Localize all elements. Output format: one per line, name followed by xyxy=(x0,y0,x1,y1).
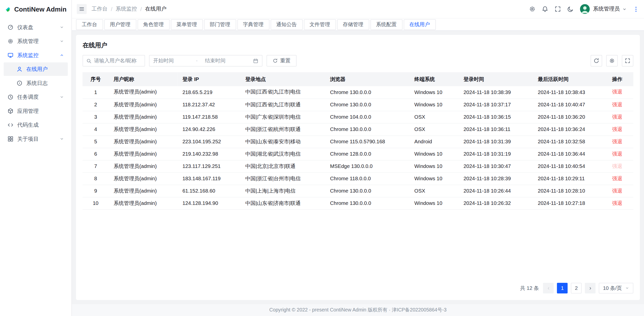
settings-icon[interactable] xyxy=(529,6,536,12)
sidebar-collapse-button[interactable] xyxy=(77,4,87,14)
cell-last-active: 2024-11-18 10:28:10 xyxy=(533,185,607,197)
tab-item[interactable]: 字典管理 xyxy=(237,19,269,30)
table-fullscreen-button[interactable] xyxy=(622,55,633,67)
table-row: 9系统管理员(admin)61.152.168.60中国|上海|上海市|电信Ch… xyxy=(83,185,633,197)
cell-nickname: 系统管理员(admin) xyxy=(109,185,177,197)
fullscreen-icon[interactable] xyxy=(554,6,561,12)
sidebar-item-label: 系统管理 xyxy=(17,37,56,45)
cell-location: 中国|浙江省|杭州市|联通 xyxy=(240,123,325,136)
sidebar-item-about-project[interactable]: 关于项目 xyxy=(4,132,68,146)
cell-ip: 223.104.195.252 xyxy=(178,136,240,148)
sidebar: ContiNew Admin 仪表盘系统管理系统监控在线用户系统日志任务调度应用… xyxy=(0,0,72,316)
cell-location: 中国|浙江省|台州市|电信 xyxy=(240,172,325,185)
cell-browser: Chrome 118.0.0.0 xyxy=(325,172,409,185)
page-size-select[interactable]: 10 条/页 xyxy=(599,283,633,293)
prev-page-button xyxy=(543,283,554,293)
tab-item[interactable]: 通知公告 xyxy=(270,19,302,30)
column-header: 操作 xyxy=(607,72,633,86)
tab-item[interactable]: 系统配置 xyxy=(370,19,402,30)
tab-item[interactable]: 部门管理 xyxy=(204,19,236,30)
cell-nickname: 系统管理员(admin) xyxy=(109,111,177,123)
tab-item[interactable]: 在线用户 xyxy=(404,19,435,30)
force-logout-link[interactable]: 强退 xyxy=(612,89,622,95)
cell-no: 6 xyxy=(83,148,109,160)
cell-browser: Chrome 128.0.0.0 xyxy=(325,148,409,160)
breadcrumb-separator: / xyxy=(111,6,112,12)
tab-item[interactable]: 角色管理 xyxy=(137,19,169,30)
page-title: 在线用户 xyxy=(83,41,633,49)
sidebar-item-code-generation[interactable]: 代码生成 xyxy=(4,118,68,132)
next-page-button[interactable] xyxy=(585,283,595,293)
user-avatar[interactable] xyxy=(580,4,590,14)
cell-no: 9 xyxy=(83,185,109,197)
tab-item[interactable]: 存储管理 xyxy=(337,19,369,30)
page-button[interactable]: 2 xyxy=(571,283,582,293)
cell-os: OSX xyxy=(409,185,458,197)
force-logout-link[interactable]: 强退 xyxy=(612,102,622,107)
online-users-table: 序号用户昵称登录 IP登录地点浏览器终端系统登录时间最后活跃时间操作 1系统管理… xyxy=(83,72,633,209)
breadcrumb: 工作台 / 系统监控 / 在线用户 xyxy=(92,5,167,13)
copyright-text: Copyright © 2022 - present ContiNew Admi… xyxy=(269,307,447,314)
column-header: 序号 xyxy=(83,72,109,86)
sidebar-item-app-management[interactable]: 应用管理 xyxy=(4,104,68,118)
box-icon xyxy=(7,108,13,114)
page-button[interactable]: 1 xyxy=(557,283,568,293)
theme-options-kebab-icon[interactable] xyxy=(633,6,639,12)
force-logout-link[interactable]: 强退 xyxy=(612,126,622,132)
sidebar-item-system-log[interactable]: 系统日志 xyxy=(4,76,68,90)
refresh-table-button[interactable] xyxy=(591,55,602,67)
breadcrumb-item[interactable]: 工作台 xyxy=(92,5,108,13)
sidebar-item-online-user[interactable]: 在线用户 xyxy=(4,62,68,76)
sidebar-item-dashboard[interactable]: 仪表盘 xyxy=(4,21,68,34)
cell-location: 中国|江西省|九江市|联通 xyxy=(240,99,325,111)
header: 工作台 / 系统监控 / 在线用户 系统管理员 xyxy=(72,0,644,18)
notification-bell-icon[interactable] xyxy=(542,6,548,12)
force-logout-link[interactable]: 强退 xyxy=(612,114,622,120)
column-settings-button[interactable] xyxy=(606,55,618,67)
sidebar-item-system-management[interactable]: 系统管理 xyxy=(4,34,68,48)
search-input[interactable] xyxy=(94,58,141,64)
force-logout-link[interactable]: 强退 xyxy=(612,139,622,144)
cell-login-time: 2024-11-18 10:31:39 xyxy=(459,136,533,148)
online-users-card: 在线用户 开始时间 - 结束时间 重置 xyxy=(76,35,640,300)
sidebar-item-label: 应用管理 xyxy=(17,107,64,115)
start-date-placeholder: 开始时间 xyxy=(153,57,196,64)
cell-login-time: 2024-11-18 10:26:44 xyxy=(459,185,533,197)
sidebar-item-task-schedule[interactable]: 任务调度 xyxy=(4,90,68,104)
cell-no: 3 xyxy=(83,111,109,123)
cell-location: 中国|山东省|泰安市|移动 xyxy=(240,136,325,148)
chevron-left-icon xyxy=(546,286,551,290)
reset-button[interactable]: 重置 xyxy=(267,55,297,67)
force-logout-link[interactable]: 强退 xyxy=(612,151,622,157)
table-row: 3系统管理员(admin)119.147.218.58中国|广东省|深圳市|电信… xyxy=(83,111,633,123)
cell-os: Windows 10 xyxy=(409,99,458,111)
user-name[interactable]: 系统管理员 xyxy=(593,5,620,13)
cell-browser: Chrome 130.0.0.0 xyxy=(325,86,409,99)
cell-location: 中国|湖北省|武汉市|电信 xyxy=(240,148,325,160)
breadcrumb-item[interactable]: 系统监控 xyxy=(116,5,137,13)
sidebar-item-label: 在线用户 xyxy=(26,65,64,73)
force-logout-link[interactable]: 强退 xyxy=(612,200,622,206)
cell-last-active: 2024-11-18 10:29:11 xyxy=(533,172,607,185)
date-range-picker[interactable]: 开始时间 - 结束时间 xyxy=(149,55,263,67)
tab-item[interactable]: 工作台 xyxy=(76,19,103,30)
cell-last-active: 2024-11-18 10:36:44 xyxy=(533,148,607,160)
chevron-down-icon xyxy=(60,137,64,141)
pagination-total: 共 12 条 xyxy=(520,285,539,292)
tab-item[interactable]: 文件管理 xyxy=(304,19,336,30)
cell-location: 中国|山东省|济南市|联通 xyxy=(240,197,325,209)
force-logout-link[interactable]: 强退 xyxy=(612,175,622,181)
cell-os: OSX xyxy=(409,123,458,136)
cell-no: 1 xyxy=(83,86,109,99)
dark-mode-moon-icon[interactable] xyxy=(567,6,574,12)
cell-login-time: 2024-11-18 10:30:47 xyxy=(459,160,533,172)
force-logout-link[interactable]: 强退 xyxy=(612,188,622,194)
tab-item[interactable]: 用户管理 xyxy=(104,19,136,30)
sidebar-item-system-monitor[interactable]: 系统监控 xyxy=(4,49,68,62)
menu-fold-icon xyxy=(79,6,85,12)
cell-nickname: 系统管理员(admin) xyxy=(109,86,177,99)
force-logout-link: 强退 xyxy=(612,163,622,169)
cell-last-active: 2024-11-18 10:27:18 xyxy=(533,197,607,209)
app-logo[interactable]: ContiNew Admin xyxy=(0,0,71,18)
tab-item[interactable]: 菜单管理 xyxy=(171,19,203,30)
